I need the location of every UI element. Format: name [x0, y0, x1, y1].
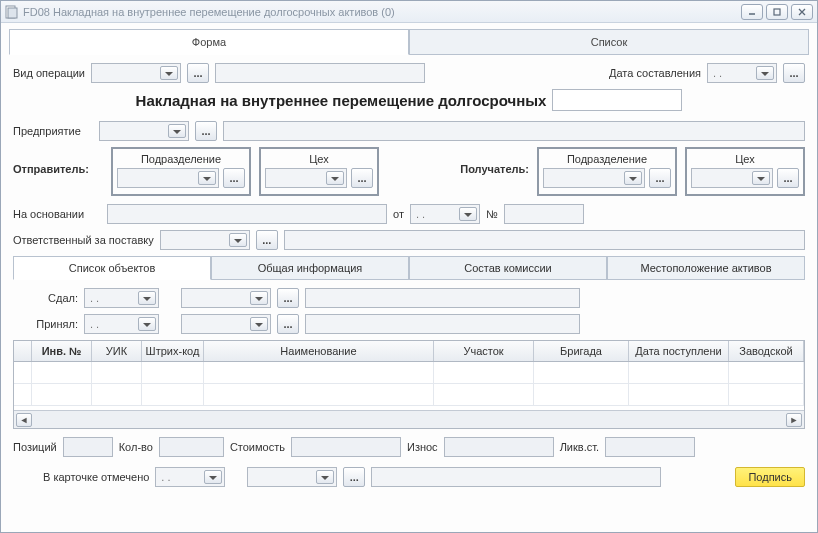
grid-col-invno[interactable]: Инв. № — [32, 341, 92, 361]
label-quantity: Кол-во — [119, 441, 153, 453]
label-based-on: На основании — [13, 208, 101, 220]
grid-col-brigade[interactable]: Бригада — [534, 341, 629, 361]
receiver-department-frame: Подразделение ... — [537, 147, 677, 196]
grid-col-receipt-date[interactable]: Дата поступлени — [629, 341, 729, 361]
subtab-locations[interactable]: Местоположение активов — [607, 256, 805, 280]
sender-shop-combo[interactable] — [265, 168, 347, 188]
sign-button[interactable]: Подпись — [735, 467, 805, 487]
tab-form[interactable]: Форма — [9, 29, 409, 55]
card-date-combo[interactable]: . . — [155, 467, 225, 487]
cost-display — [291, 437, 401, 457]
window-frame: FD08 Накладная на внутреннее перемещение… — [0, 0, 818, 533]
grid-col-name[interactable]: Наименование — [204, 341, 434, 361]
doc-title: Накладная на внутреннее перемещение долг… — [136, 92, 547, 109]
liquidation-display — [605, 437, 695, 457]
label-enterprise: Предприятие — [13, 125, 93, 137]
label-positions: Позиций — [13, 441, 57, 453]
receiver-dept-header: Подразделение — [543, 153, 671, 165]
window-controls — [741, 4, 813, 20]
maximize-button[interactable] — [766, 4, 788, 20]
enterprise-combo[interactable] — [99, 121, 189, 141]
subtab-commission[interactable]: Состав комиссии — [409, 256, 607, 280]
enterprise-lookup[interactable]: ... — [195, 121, 217, 141]
main-tabs: Форма Список — [9, 29, 809, 55]
close-button[interactable] — [791, 4, 813, 20]
handed-person-combo[interactable] — [181, 288, 271, 308]
sender-shop-frame: Цех ... — [259, 147, 379, 196]
scroll-right-button[interactable]: ► — [786, 413, 802, 427]
label-responsible: Ответственный за поставку — [13, 234, 154, 246]
sender-shop-lookup[interactable]: ... — [351, 168, 373, 188]
grid-col-barcode[interactable]: Штрих-код — [142, 341, 204, 361]
svg-rect-1 — [8, 8, 17, 18]
label-card-marked: В карточке отмечено — [43, 471, 149, 483]
receiver-dept-combo[interactable] — [543, 168, 645, 188]
operation-type-display — [215, 63, 425, 83]
grid-col-selector[interactable] — [14, 341, 32, 361]
label-number: № — [486, 208, 498, 220]
accepted-person-lookup[interactable]: ... — [277, 314, 299, 334]
accepted-person-combo[interactable] — [181, 314, 271, 334]
wear-display — [444, 437, 554, 457]
handed-date-combo[interactable]: . . — [84, 288, 159, 308]
tab-list[interactable]: Список — [409, 29, 809, 55]
handed-person-lookup[interactable]: ... — [277, 288, 299, 308]
label-accepted: Принял: — [13, 318, 78, 330]
basis-date-combo[interactable]: . . — [410, 204, 480, 224]
responsible-display — [284, 230, 805, 250]
operation-type-lookup[interactable]: ... — [187, 63, 209, 83]
grid-hscrollbar[interactable]: ◄ ► — [14, 410, 804, 428]
table-row[interactable] — [14, 362, 804, 384]
objects-grid[interactable]: Инв. № УИК Штрих-код Наименование Участо… — [13, 340, 805, 429]
grid-col-uik[interactable]: УИК — [92, 341, 142, 361]
operation-type-combo[interactable] — [91, 63, 181, 83]
minimize-button[interactable] — [741, 4, 763, 20]
handed-person-display — [305, 288, 580, 308]
receiver-shop-lookup[interactable]: ... — [777, 168, 799, 188]
label-operation-type: Вид операции — [13, 67, 85, 79]
card-person-combo[interactable] — [247, 467, 337, 487]
sender-dept-lookup[interactable]: ... — [223, 168, 245, 188]
responsible-combo[interactable] — [160, 230, 250, 250]
receiver-shop-header: Цех — [691, 153, 799, 165]
window-title: FD08 Накладная на внутреннее перемещение… — [23, 6, 741, 18]
sender-dept-combo[interactable] — [117, 168, 219, 188]
grid-body[interactable] — [14, 362, 804, 410]
label-cost: Стоимость — [230, 441, 285, 453]
receiver-shop-frame: Цех ... — [685, 147, 805, 196]
accepted-person-display — [305, 314, 580, 334]
label-from: от — [393, 208, 404, 220]
positions-display — [63, 437, 113, 457]
sub-tabs: Список объектов Общая информация Состав … — [13, 256, 805, 280]
table-row[interactable] — [14, 384, 804, 406]
label-receiver: Получатель: — [460, 147, 529, 175]
grid-col-section[interactable]: Участок — [434, 341, 534, 361]
date-created-combo[interactable]: . . — [707, 63, 777, 83]
doc-number-field[interactable] — [552, 89, 682, 111]
label-wear: Износ — [407, 441, 438, 453]
label-handed: Сдал: — [13, 292, 78, 304]
subtab-objects[interactable]: Список объектов — [13, 256, 211, 280]
label-liquidation: Ликв.ст. — [560, 441, 599, 453]
sender-dept-header: Подразделение — [117, 153, 245, 165]
subtab-general[interactable]: Общая информация — [211, 256, 409, 280]
quantity-display — [159, 437, 224, 457]
titlebar: FD08 Накладная на внутреннее перемещение… — [1, 1, 817, 23]
basis-number-field[interactable] — [504, 204, 584, 224]
responsible-lookup[interactable]: ... — [256, 230, 278, 250]
label-sender: Отправитель: — [13, 147, 103, 175]
accepted-date-combo[interactable]: . . — [84, 314, 159, 334]
card-person-lookup[interactable]: ... — [343, 467, 365, 487]
based-on-field[interactable] — [107, 204, 387, 224]
receiver-dept-lookup[interactable]: ... — [649, 168, 671, 188]
app-icon — [5, 5, 19, 19]
grid-col-factory[interactable]: Заводской — [729, 341, 804, 361]
sender-department-frame: Подразделение ... — [111, 147, 251, 196]
receiver-shop-combo[interactable] — [691, 168, 773, 188]
date-created-picker[interactable]: ... — [783, 63, 805, 83]
label-date-created: Дата составления — [609, 67, 701, 79]
form-content: Вид операции ... Дата составления . . ..… — [1, 55, 817, 487]
enterprise-display — [223, 121, 805, 141]
sender-shop-header: Цех — [265, 153, 373, 165]
scroll-left-button[interactable]: ◄ — [16, 413, 32, 427]
